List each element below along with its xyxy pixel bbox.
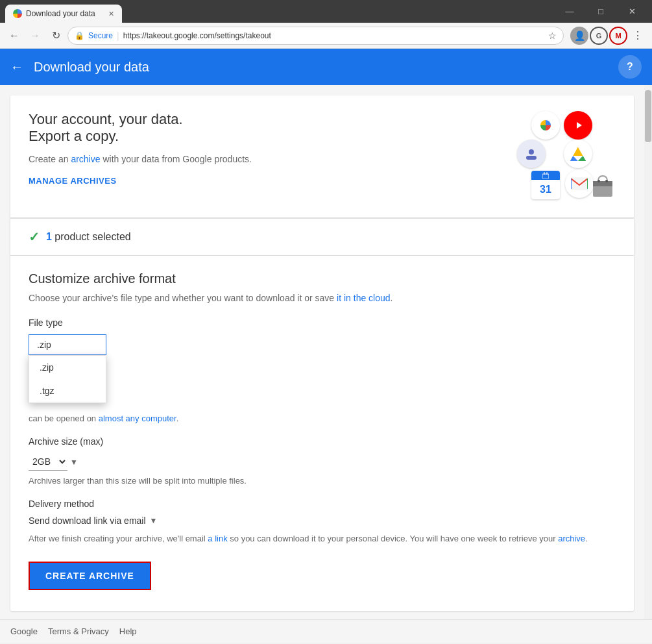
help-button[interactable]: ? [618,55,642,79]
svg-marker-6 [578,156,586,161]
back-button[interactable]: ← [5,27,23,45]
product-icons: 31 [512,111,616,202]
archive-size-description: Archives larger than this size will be s… [29,476,616,486]
link-text-link[interactable]: a link [208,534,227,543]
archive-size-section: Archive size (max) 1GB 2GB 4GB 10GB 50GB… [29,436,616,486]
profile-icon: 👤 [574,31,585,41]
delivery-label: Delivery method [29,499,616,509]
file-type-section: File type .zip .zip .tgz can be opened o… [29,317,616,423]
tab-favicon [13,9,22,18]
archive-size-row: 1GB 2GB 4GB 10GB 50GB ▼ [29,453,616,471]
footer-google-link[interactable]: Google [10,626,38,636]
extensions-button[interactable]: G [590,27,608,45]
gmail-extension-button[interactable]: M [609,27,627,45]
customize-card: Customize archive format Choose your arc… [10,256,634,611]
archive-text-link[interactable]: archive [558,534,585,543]
file-type-value: .zip [37,340,51,350]
file-type-option-zip[interactable]: .zip [29,356,106,379]
hero-card: Your account, your data. Export a copy. … [10,95,634,218]
computer-link[interactable]: almost any computer [99,414,176,423]
product-selected-card: ✓ 1 product selected [10,218,634,256]
shopping-icon [590,169,616,198]
forward-button[interactable]: → [26,27,44,45]
browser-tab[interactable]: Download your data ✕ [5,5,122,23]
svg-point-14 [598,180,600,182]
scrollbar-thumb[interactable] [645,90,651,142]
svg-point-15 [605,180,608,182]
delivery-method-row: Send download link via email ▼ [29,515,616,526]
svg-rect-13 [593,181,612,186]
delivery-dropdown-arrow[interactable]: ▼ [150,516,158,525]
address-url: https://takeout.google.com/settings/take… [123,31,271,40]
cloud-link[interactable]: it in the cloud [337,293,391,303]
window-close-button[interactable]: ✕ [617,2,647,20]
archive-link[interactable]: archive [71,154,100,164]
svg-rect-8 [542,174,549,179]
file-type-label: File type [29,317,616,328]
app-header: ← Download your data ? [0,49,652,85]
youtube-icon [564,111,592,140]
window-maximize-button[interactable]: □ [586,2,616,20]
hero-description: Create an archive with your data from Go… [29,154,252,164]
file-type-menu: .zip .tgz [29,355,106,403]
svg-point-2 [529,149,534,155]
star-icon[interactable]: ☆ [548,31,557,41]
chrome-menu-button[interactable]: ⋮ [629,27,647,45]
tab-title: Download your data [26,9,104,18]
section-title: Customize archive format [29,271,616,286]
product-count: 1 product selected [46,231,131,243]
check-icon: ✓ [29,229,40,245]
create-archive-button[interactable]: CREATE ARCHIVE [29,562,151,590]
hero-text: Your account, your data. Export a copy. … [29,111,252,186]
window-minimize-button[interactable]: — [555,2,585,20]
calendar-icon: 31 [531,171,560,199]
footer: Google Terms & Privacy Help [0,619,652,643]
footer-help-link[interactable]: Help [119,626,137,636]
app-title: Download your data [34,60,608,75]
scrollbar-track[interactable] [644,85,652,619]
app-back-button[interactable]: ← [10,60,23,75]
manage-archives-link[interactable]: MANAGE ARCHIVES [29,176,117,186]
main-content: Your account, your data. Export a copy. … [0,85,644,619]
size-dropdown-arrow: ▼ [70,458,78,467]
file-type-button[interactable]: .zip [29,334,106,355]
archive-size-label: Archive size (max) [29,436,616,447]
delivery-description: After we finish creating your archive, w… [29,532,616,546]
file-type-option-tgz[interactable]: .tgz [29,379,106,402]
tab-close-icon[interactable]: ✕ [108,10,114,18]
hero-title: Your account, your data. Export a copy. [29,111,252,145]
drive-icon [564,140,592,168]
file-type-dropdown[interactable]: .zip .zip .tgz [29,334,106,355]
address-bar[interactable]: 🔒 Secure | https://takeout.google.com/se… [67,27,564,45]
contacts-icon [517,140,546,168]
photos-icon [531,111,560,140]
svg-marker-7 [570,156,578,161]
refresh-button[interactable]: ↻ [47,27,65,45]
svg-marker-5 [573,147,583,156]
section-description: Choose your archive's file type and whet… [29,293,616,303]
svg-rect-11 [571,177,588,190]
archive-size-select[interactable]: 1GB 2GB 4GB 10GB 50GB [29,453,67,471]
secure-label: Secure [88,31,113,40]
delivery-method-text: Send download link via email [29,515,146,526]
profile-button[interactable]: 👤 [570,27,588,45]
file-type-description: can be opened on almost any computer. [29,414,616,423]
delivery-section: Delivery method Send download link via e… [29,499,616,546]
lock-icon: 🔒 [75,31,84,40]
footer-terms-link[interactable]: Terms & Privacy [48,626,109,636]
svg-rect-3 [526,156,537,160]
